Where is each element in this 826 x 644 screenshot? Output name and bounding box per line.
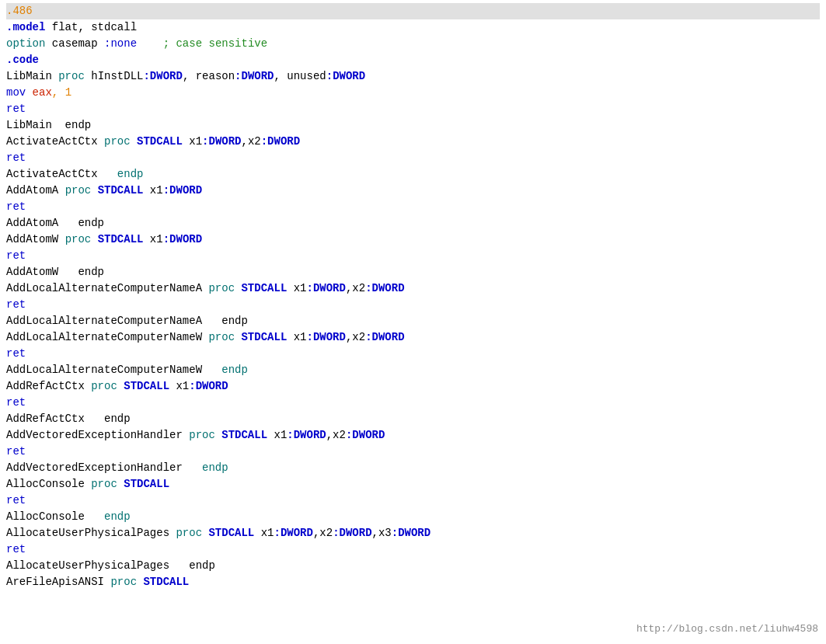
- code-line: mov eax, 1: [6, 85, 820, 101]
- code-token: x1: [183, 135, 202, 148]
- code-token: flat, stdcall: [52, 21, 137, 33]
- code-token: :DWORD: [326, 70, 365, 82]
- code-token: ,x2: [242, 135, 261, 148]
- code-token: proc: [208, 331, 235, 343]
- code-token: , unused: [274, 70, 326, 82]
- code-token: x1: [143, 233, 162, 245]
- code-token: ret: [6, 151, 26, 164]
- code-token: STDCALL: [221, 429, 267, 441]
- code-token: :DWORD: [202, 135, 241, 148]
- code-lines: .486.model flat, stdcalloption casemap :…: [6, 3, 820, 590]
- code-token: ,x2: [326, 429, 346, 441]
- code-token: ret: [6, 200, 26, 213]
- code-token: STDCALL: [98, 184, 144, 197]
- code-line: ActivateActCtx proc STDCALL x1:DWORD,x2:…: [6, 134, 820, 150]
- code-token: [117, 478, 124, 490]
- code-token: x1: [143, 184, 162, 197]
- code-token: .code: [6, 54, 39, 66]
- code-line: ret: [6, 493, 820, 509]
- code-token: proc: [65, 184, 92, 197]
- code-token: endp: [221, 364, 248, 376]
- code-token: [117, 380, 124, 392]
- code-token: x1: [254, 527, 274, 539]
- code-token: [91, 184, 97, 197]
- code-token: LibMain endp: [6, 119, 91, 131]
- watermark: http://blog.csdn.net/liuhw4598: [636, 621, 818, 637]
- code-token: AddAtomW endp: [6, 266, 104, 278]
- code-line: .486: [6, 3, 820, 19]
- code-token: :DWORD: [307, 331, 346, 343]
- code-token: AddLocalAlternateComputerNameA: [6, 282, 208, 294]
- code-token: :none: [104, 37, 137, 50]
- code-token: AddVectoredExceptionHandler: [6, 461, 202, 474]
- code-line: AllocateUserPhysicalPages endp: [6, 558, 820, 574]
- code-line: ret: [6, 199, 820, 215]
- code-token: :DWORD: [307, 282, 346, 294]
- code-line: ret: [6, 395, 820, 411]
- code-token: AddAtomA: [6, 184, 65, 197]
- code-line: AddLocalAlternateComputerNameA endp: [6, 313, 820, 329]
- code-token: AllocConsole: [6, 510, 104, 523]
- code-line: ret: [6, 101, 820, 117]
- code-token: x1: [267, 429, 287, 441]
- code-token: ret: [6, 103, 26, 115]
- code-token: :DWORD: [333, 527, 371, 539]
- code-line: AddRefActCtx proc STDCALL x1:DWORD: [6, 378, 820, 395]
- code-line: AllocConsole endp: [6, 509, 820, 525]
- code-token: AllocConsole: [6, 478, 91, 490]
- code-token: :DWORD: [346, 429, 385, 441]
- code-token: proc: [110, 576, 137, 588]
- code-token: x1: [287, 282, 306, 294]
- code-token: AddAtomA endp: [6, 217, 104, 229]
- code-line: AddAtomW endp: [6, 264, 820, 280]
- code-token: proc: [65, 233, 92, 245]
- code-token: AddLocalAlternateComputerNameW: [6, 364, 221, 376]
- code-line: AllocateUserPhysicalPages proc STDCALL x…: [6, 525, 820, 541]
- code-line: AddVectoredExceptionHandler endp: [6, 460, 820, 476]
- code-token: endp: [117, 168, 144, 180]
- code-line: AllocConsole proc STDCALL: [6, 476, 820, 493]
- code-line: ret: [6, 541, 820, 558]
- code-token: x1: [287, 331, 306, 343]
- code-line: LibMain proc hInstDLL:DWORD, reason:DWOR…: [6, 68, 820, 85]
- code-token: ret: [6, 298, 26, 311]
- code-token: LibMain: [6, 70, 58, 82]
- code-line: ret: [6, 248, 820, 264]
- code-line: .model flat, stdcall: [6, 19, 820, 36]
- code-line: AddLocalAlternateComputerNameW proc STDC…: [6, 329, 820, 346]
- code-token: ret: [6, 494, 26, 506]
- code-token: .486: [6, 5, 33, 17]
- code-token: STDCALL: [137, 135, 183, 148]
- code-token: proc: [91, 478, 117, 490]
- code-token: :DWORD: [261, 135, 300, 148]
- code-token: ,x2: [346, 331, 365, 343]
- code-line: AreFileApisANSI proc STDCALL: [6, 574, 820, 590]
- code-token: ,x2: [313, 527, 333, 539]
- code-token: , 1: [52, 86, 71, 99]
- code-token: AddRefActCtx: [6, 380, 91, 392]
- code-token: [91, 233, 97, 245]
- code-line: LibMain endp: [6, 117, 820, 134]
- code-token: [215, 429, 221, 441]
- code-token: , reason: [183, 70, 235, 82]
- code-token: STDCALL: [124, 478, 169, 490]
- code-token: AllocateUserPhysicalPages: [6, 527, 176, 539]
- code-token: ret: [6, 543, 26, 555]
- code-line: ActivateActCtx endp: [6, 166, 820, 183]
- code-token: STDCALL: [241, 331, 287, 343]
- code-token: AddVectoredExceptionHandler: [6, 429, 189, 441]
- code-token: ret: [6, 249, 26, 262]
- code-line: ret: [6, 346, 820, 362]
- code-token: .model: [6, 21, 52, 33]
- code-token: hInstDLL: [85, 70, 144, 82]
- code-token: [131, 135, 137, 148]
- code-token: endp: [104, 510, 131, 523]
- code-token: AllocateUserPhysicalPages endp: [6, 559, 215, 572]
- code-line: ret: [6, 444, 820, 460]
- code-token: :DWORD: [365, 282, 404, 294]
- code-line: ret: [6, 297, 820, 313]
- code-token: STDCALL: [208, 527, 254, 539]
- code-line: .code: [6, 52, 820, 68]
- code-token: endp: [202, 461, 228, 474]
- code-token: :DWORD: [163, 233, 202, 245]
